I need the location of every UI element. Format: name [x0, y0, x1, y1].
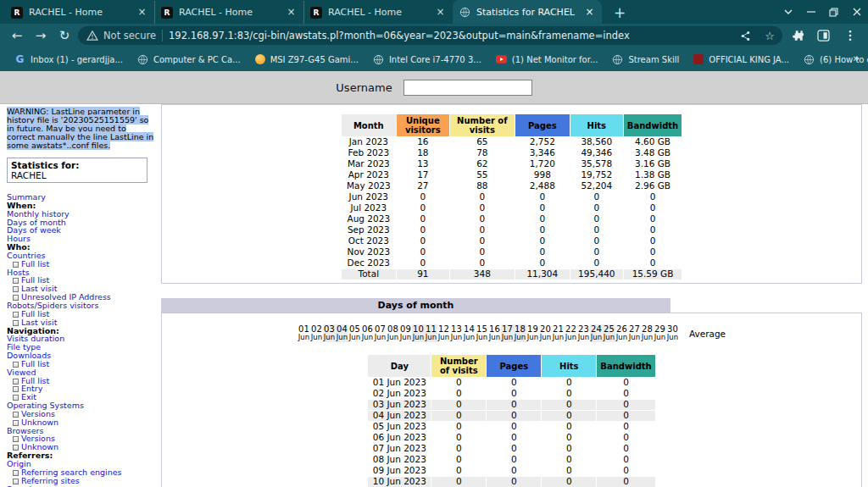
- list-icon: [13, 312, 19, 318]
- reload-button[interactable]: ↻: [54, 25, 75, 46]
- cell: 0: [397, 258, 449, 268]
- cell: 0: [431, 455, 486, 465]
- bookmark-item[interactable]: MSI Z97-G45 Gami...: [249, 52, 364, 67]
- cell: 0: [487, 466, 541, 476]
- tab-title: RACHEL - Home: [179, 7, 279, 18]
- strip-day: 19Jun: [526, 324, 539, 342]
- list-icon: [13, 479, 19, 484]
- cell: 0: [542, 444, 596, 454]
- strip-day: 24Jun: [590, 324, 603, 342]
- globe-icon: [612, 54, 623, 65]
- strip-day: 16Jun: [488, 324, 501, 342]
- security-chip[interactable]: Not secure: [86, 30, 156, 42]
- cell: Sep 2023: [342, 225, 396, 235]
- day-strip: 01Jun02Jun03Jun04Jun05Jun06Jun07Jun08Jun…: [162, 324, 861, 342]
- tab-close-icon[interactable]: ×: [136, 6, 148, 19]
- minimize-button[interactable]: [799, 0, 822, 24]
- strip-day: 18Jun: [514, 324, 526, 342]
- column-header: Bandwidth: [597, 355, 654, 377]
- cell: 0: [542, 477, 596, 487]
- bookmark-item[interactable]: Intel Core i7-4770 3...: [367, 52, 487, 68]
- cell: 0: [597, 422, 654, 432]
- cell: 2,488: [515, 181, 570, 191]
- back-button[interactable]: ←: [7, 25, 27, 46]
- cell: 0: [597, 466, 654, 476]
- tab-close-icon[interactable]: ×: [434, 6, 447, 19]
- cell: 0: [570, 214, 623, 224]
- strip-day-month: Jun: [451, 333, 462, 341]
- strip-day-month: Jun: [540, 333, 551, 341]
- cell: 0: [397, 192, 449, 202]
- days-of-month-frame: 01Jun02Jun03Jun04Jun05Jun06Jun07Jun08Jun…: [161, 313, 862, 487]
- table-row: 01 Jun 20230000: [368, 378, 654, 388]
- cell: 0: [431, 444, 486, 454]
- bookmarks-overflow-chevron[interactable]: »: [853, 52, 860, 64]
- bookmark-item[interactable]: (1) Net Monitor for...: [490, 52, 604, 68]
- table-row: Jun 202300000: [342, 192, 682, 202]
- strip-day-month: Jun: [324, 333, 335, 341]
- strip-day: 11Jun: [425, 324, 437, 342]
- forward-button[interactable]: →: [31, 25, 51, 46]
- chevron-down-icon[interactable]: [776, 0, 799, 24]
- strip-day: 10Jun: [412, 324, 425, 342]
- strip-day: 12Jun: [437, 324, 450, 342]
- list-icon: [13, 278, 19, 284]
- bookmark-label: Intel Core i7-4770 3...: [389, 55, 481, 64]
- menu-kebab-icon[interactable]: [838, 25, 861, 47]
- cell: 18: [397, 148, 449, 158]
- strip-day-month: Jun: [426, 333, 437, 341]
- cell: 0: [431, 433, 486, 443]
- monthly-history-table: MonthUnique visitorsNumber of visitsPage…: [341, 113, 682, 280]
- google-icon: G: [14, 54, 25, 65]
- tab-strip: RRACHEL - Home×RRACHEL - Home×RRACHEL - …: [0, 0, 868, 24]
- strip-day: 05Jun: [348, 324, 361, 342]
- cell: 1.38 GB: [624, 170, 682, 180]
- bookmark-item[interactable]: OFFICIAL KING JA...: [687, 52, 795, 67]
- browser-tab[interactable]: RRACHEL - Home×: [154, 1, 303, 24]
- security-chip-label: Not secure: [103, 30, 156, 42]
- cell: 0: [431, 422, 486, 432]
- cell: 02 Jun 2023: [368, 389, 431, 399]
- cell: 0: [624, 258, 682, 268]
- cell: 0: [431, 389, 486, 399]
- cell: 1,720: [515, 159, 570, 169]
- bookmarks-items: GInbox (1) - gerardjja...Computer & PC C…: [8, 52, 868, 68]
- lastline-warning: WARNING: LastLine parameter in history f…: [7, 108, 156, 150]
- address-bar[interactable]: Not secure 192.168.97.1:83/cgi-bin/awsta…: [78, 26, 782, 45]
- strip-day: 04Jun: [336, 324, 348, 342]
- cell: 0: [542, 389, 596, 399]
- bookmark-item[interactable]: Stream Skill: [606, 52, 685, 68]
- restore-button[interactable]: [822, 0, 845, 24]
- tab-close-icon[interactable]: ×: [583, 6, 596, 19]
- cell: 0: [450, 258, 515, 268]
- bookmark-item[interactable]: Computer & PC Ca...: [131, 52, 247, 68]
- table-row: Oct 202300000: [342, 236, 682, 246]
- table-row: 06 Jun 20230000: [368, 433, 654, 443]
- strip-day-month: Jun: [654, 333, 665, 341]
- new-tab-button[interactable]: +: [609, 2, 631, 24]
- strip-day-month: Jun: [464, 333, 475, 341]
- close-window-button[interactable]: [845, 0, 868, 24]
- table-header-row: DayNumber of visitsPagesHitsBandwidth: [368, 355, 654, 377]
- cell: 0: [487, 378, 541, 388]
- globe-icon: [137, 54, 148, 65]
- column-header: Number of visits: [431, 355, 486, 377]
- share-icon[interactable]: [736, 26, 754, 45]
- column-header: Hits: [570, 114, 623, 136]
- bookmark-star-icon[interactable]: ☆: [760, 26, 779, 45]
- cell: 2,752: [515, 137, 570, 147]
- browser-tab[interactable]: Statistics for RACHEL (2023-06)×: [453, 0, 602, 24]
- table-row: Jan 202316652,75238,5604.60 GB: [342, 137, 682, 147]
- bookmark-item[interactable]: GInbox (1) - gerardjja...: [8, 52, 129, 68]
- extensions-puzzle-icon[interactable]: [786, 25, 809, 47]
- url-text[interactable]: 192.168.97.1:83/cgi-bin/awstats.pl?month…: [169, 30, 730, 42]
- tab-close-icon[interactable]: ×: [285, 6, 298, 19]
- browser-tab[interactable]: RRACHEL - Home×: [303, 1, 453, 24]
- strip-day: 25Jun: [603, 324, 615, 342]
- cell: 19,752: [570, 170, 623, 180]
- profile-icon[interactable]: [812, 25, 835, 47]
- browser-tab[interactable]: RRACHEL - Home×: [5, 1, 154, 24]
- cell: 17: [397, 170, 449, 180]
- username-input[interactable]: [403, 80, 532, 96]
- awstats-sidebar: WARNING: LastLine parameter in history f…: [7, 108, 156, 487]
